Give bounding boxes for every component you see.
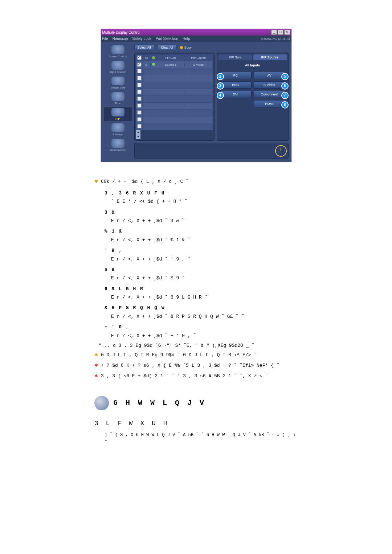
close-button[interactable]: × [284, 30, 290, 35]
list-row[interactable] [136, 68, 213, 75]
list-row[interactable] [136, 110, 213, 116]
star-icon: ✱ [94, 350, 101, 360]
callout-4: 4 [217, 92, 224, 99]
sidebar-item-power-control[interactable]: Power Control [104, 45, 132, 59]
header-checkbox[interactable] [137, 56, 142, 60]
minimize-button[interactable]: _ [271, 30, 277, 35]
list-row[interactable] [136, 116, 213, 123]
menu-help[interactable]: Help [183, 37, 190, 41]
callout-6: 6 [281, 82, 289, 90]
tab-pip-source[interactable]: PIP Source [253, 54, 287, 60]
app-window: Multiple Display Control _ □ × File Remo… [101, 29, 291, 162]
menu-port-selection[interactable]: Port Selection [156, 37, 178, 41]
status-panel: ! [134, 143, 289, 159]
def-term: & R P S R Q H Q W [105, 304, 298, 312]
row-checkbox[interactable] [137, 62, 142, 67]
maintenance-icon [111, 139, 124, 148]
def-desc: E n / <, X + + ¸$d ˜ & R P S R Q H Q W ˜… [111, 312, 298, 321]
pip-icon [111, 108, 124, 116]
top-buttons: Select All Clear All Busy [134, 45, 289, 50]
subsection-desc: ) ˜ { S , X 6 H W W L Q J V ˜ A 5B ˜ ˜ 6… [105, 431, 298, 447]
definition-list: 3 , 3 6 R X U F H ˆ E E ' / <+ $d { + + … [105, 189, 298, 340]
row-checkbox[interactable] [137, 110, 142, 115]
maximize-button[interactable]: □ [278, 30, 283, 35]
list-row[interactable] [136, 96, 213, 103]
menu-file[interactable]: File [102, 37, 108, 41]
source-pc-button[interactable]: 2 PC [220, 72, 252, 79]
source-component-button[interactable]: 7 Component [254, 91, 285, 98]
doc-bullet: ✱3 , 3 { s6 E + $d( 2 1 ˜ ˜ ' 3 , 3 s6 A… [94, 371, 298, 381]
callout-3: 3 [217, 82, 224, 90]
settings-icon [111, 123, 124, 132]
source-grid: 2 PC 5 AV 3 BNC 6 S-Vide [219, 70, 287, 109]
section-settings: 6 H W W L Q J V [94, 396, 298, 410]
busy-indicator: Busy [180, 46, 192, 49]
source-av-button[interactable]: 5 AV [254, 72, 285, 79]
row-pip-size: Double 1 [157, 62, 185, 67]
source-hdmi-button[interactable]: 8 HDMI [254, 100, 285, 107]
row-checkbox[interactable] [137, 69, 142, 73]
list-row[interactable] [136, 75, 213, 82]
window-controls: _ □ × [271, 30, 290, 35]
source-bnc-button[interactable]: 3 BNC [220, 81, 252, 89]
tab-pip-size[interactable]: PIP Size [219, 54, 252, 60]
doc-line: ✱C0k / + + ¸$d { L , X / o ¸ C ˜ [94, 176, 298, 187]
row-pip-source: S-Video [185, 62, 213, 67]
row-checkbox[interactable] [137, 97, 142, 101]
subsection-title: 3 L F W X U H [94, 418, 298, 429]
time-icon [111, 92, 124, 101]
def-desc: ˆ E E ' / <+ $d { + + ß ª ˜ [111, 197, 298, 206]
menu-safety-lock[interactable]: Safety Lock [132, 37, 151, 41]
clear-all-button[interactable]: Clear All [158, 45, 177, 50]
select-all-button[interactable]: Select All [134, 45, 154, 50]
callout-7: 7 [281, 92, 289, 99]
list-row[interactable] [136, 89, 213, 96]
def-term: % 1 & [105, 227, 298, 235]
row-checkbox[interactable] [137, 117, 142, 122]
busy-label: Busy [184, 46, 192, 49]
menu-remocon[interactable]: Remocon [113, 37, 128, 41]
star-icon: ✱ [94, 371, 101, 381]
callout-8: 8 [281, 101, 289, 108]
source-svideo-button[interactable]: 6 S-Video [254, 81, 285, 89]
row-id: 0 [143, 62, 151, 67]
all-inputs-label: All Inputs [219, 62, 287, 68]
section-title: 6 H W W L Q J V [113, 397, 206, 410]
sidebar-item-settings[interactable]: Settings [104, 123, 132, 137]
document-body: ✱C0k / + + ¸$d { L , X / o ¸ C ˜ 3 , 3 6… [94, 176, 298, 447]
row-checkbox[interactable] [137, 83, 142, 87]
def-term: 3 , 3 6 R X U F H [105, 189, 298, 197]
image-size-icon [111, 77, 124, 85]
list-header: ID 🟢 PIP Size PIP Source [136, 54, 213, 61]
sidebar-item-image-size[interactable]: Image Size [104, 76, 132, 90]
settings-orb-icon [94, 396, 109, 410]
sidebar-item-maintenance[interactable]: Maintenance [104, 138, 132, 152]
main-row: ID 🟢 PIP Size PIP Source 0 Double 1 S-Vi… [134, 53, 289, 141]
list-row[interactable]: 0 Double 1 S-Video [136, 61, 213, 68]
scroll-down-icon[interactable]: ▼ [136, 135, 140, 139]
source-dvi-button[interactable]: 4 DVI [220, 91, 252, 98]
list-row[interactable] [136, 103, 213, 110]
row-checkbox[interactable] [137, 124, 142, 128]
sidebar-item-input-source[interactable]: Input Source [104, 60, 132, 74]
def-term: ' 9 , [105, 246, 298, 255]
sidebar-item-time[interactable]: Time [104, 91, 132, 106]
def-desc: E n / <, X + + ¸$d ˜ 6 9 L G H R ˜ [111, 293, 298, 301]
def-desc: E n / <, X + + ¸$d ˜ ' 9 , ˜ [111, 255, 298, 263]
sidebar: Power Control Input Source Image Size Ti… [104, 45, 132, 159]
row-checkbox[interactable] [137, 90, 142, 94]
doc-bullet: ✱0 D J L F , Q I R Eg 9 9$d ˆ 0 D J L F … [94, 350, 298, 360]
list-row[interactable] [136, 123, 213, 130]
warning-icon: ! [275, 145, 287, 157]
display-list-panel: ID 🟢 PIP Size PIP Source 0 Double 1 S-Vi… [134, 53, 215, 141]
list-row[interactable] [136, 82, 213, 89]
window-title: Multiple Display Control [102, 30, 140, 34]
content-area: Power Control Input Source Image Size Ti… [101, 42, 291, 162]
row-checkbox[interactable] [137, 103, 142, 108]
list-scrollbar[interactable]: ▲ ▼ [136, 130, 140, 139]
sidebar-item-pip[interactable]: PIP [104, 107, 132, 121]
row-checkbox[interactable] [137, 76, 142, 80]
def-desc: E n / <, X + + ¸$d ˜ + ' 0 , ˜ [111, 332, 298, 340]
scroll-up-icon[interactable]: ▲ [136, 130, 140, 135]
def-term: 6 9 L G H R [105, 285, 298, 293]
